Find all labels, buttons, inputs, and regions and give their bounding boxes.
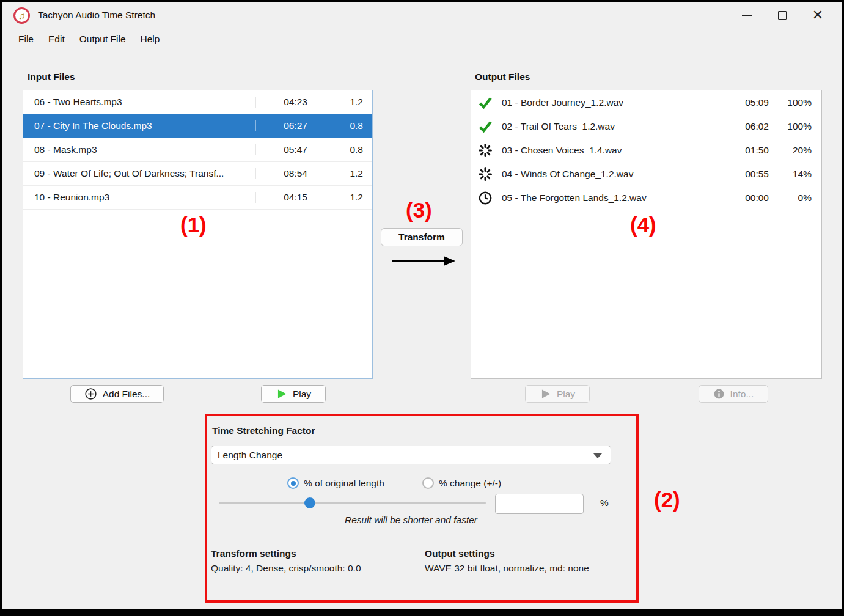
result-note: Result will be shorter and faster	[211, 515, 611, 526]
file-name: 01 - Border Journey_1.2.wav	[499, 97, 702, 108]
clock-icon	[471, 191, 499, 205]
percent-unit-label: %	[600, 497, 609, 508]
output-file-row[interactable]: 02 - Trail Of Tears_1.2.wav 06:02 100%	[471, 114, 821, 138]
maximize-button[interactable]	[765, 4, 800, 26]
stretch-value-spinbox	[495, 494, 584, 514]
file-name: 04 - Winds Of Change_1.2.wav	[499, 169, 702, 180]
close-button[interactable]: ✕	[800, 4, 835, 26]
radio-percent-of-original-label: % of original length	[304, 478, 384, 489]
file-duration: 05:09	[702, 97, 769, 108]
input-file-row[interactable]: 10 - Reunion.mp3 04:15 1.2	[23, 186, 372, 210]
file-factor: 0.8	[317, 120, 372, 131]
info-button[interactable]: Info...	[699, 385, 768, 403]
radio-percent-change-label: % change (+/-)	[439, 478, 501, 489]
file-progress: 100%	[769, 97, 821, 108]
stretch-mode-dropdown[interactable]: Length Change	[211, 446, 611, 464]
file-duration: 06:02	[702, 121, 769, 132]
input-file-row[interactable]: 08 - Mask.mp3 05:47 0.8	[23, 138, 372, 162]
file-name: 07 - City In The Clouds.mp3	[23, 120, 256, 131]
annotation-3: (3)	[406, 199, 432, 221]
time-stretch-settings-box: Time Stretching Factor Length Change % o…	[205, 414, 639, 603]
check-icon	[471, 119, 499, 134]
play-input-button[interactable]: Play	[261, 385, 326, 403]
file-duration: 04:23	[256, 97, 317, 108]
output-file-row[interactable]: 05 - The Forgotten Lands_1.2.wav 00:00 0…	[471, 186, 821, 210]
add-circle-icon	[84, 387, 97, 400]
play-input-label: Play	[293, 389, 311, 400]
file-name: 03 - Chosen Voices_1.4.wav	[499, 145, 702, 156]
file-name: 08 - Mask.mp3	[23, 144, 256, 155]
file-duration: 08:54	[256, 168, 317, 179]
transform-settings-summary: Quality: 4, Dense, crisp/smooth: 0.0	[211, 563, 361, 574]
file-progress: 20%	[769, 145, 821, 156]
menu-edit[interactable]: Edit	[41, 30, 72, 48]
stretch-slider-track[interactable]	[219, 502, 486, 504]
chevron-down-icon	[593, 453, 602, 458]
stretch-mode-value: Length Change	[218, 450, 282, 461]
app-music-note-icon: ♫	[13, 7, 30, 24]
file-progress: 0%	[769, 193, 821, 204]
annotation-4: (4)	[630, 214, 656, 235]
play-icon	[276, 388, 287, 400]
input-file-row-selected[interactable]: 07 - City In The Clouds.mp3 06:27 0.8	[23, 114, 372, 138]
check-icon	[471, 95, 499, 110]
file-duration: 00:55	[702, 169, 769, 180]
window-controls: ✕	[729, 2, 835, 28]
stretch-box-title: Time Stretching Factor	[212, 425, 315, 436]
stretch-value-input[interactable]	[496, 494, 584, 513]
file-name: 06 - Two Hearts.mp3	[23, 97, 256, 108]
radio-percent-of-original[interactable]: % of original length	[287, 477, 384, 489]
menu-file[interactable]: File	[11, 30, 41, 48]
window-title: Tachyon Audio Time Stretch	[38, 10, 155, 21]
play-icon	[540, 388, 551, 400]
file-name: 05 - The Forgotten Lands_1.2.wav	[499, 193, 702, 204]
file-duration: 04:15	[256, 192, 317, 203]
file-duration: 01:50	[702, 145, 769, 156]
menu-output-file[interactable]: Output File	[72, 30, 133, 48]
file-duration: 06:27	[256, 120, 317, 131]
title-bar: ♫ Tachyon Audio Time Stretch ✕	[2, 2, 842, 28]
annotation-2: (2)	[654, 489, 680, 510]
info-icon	[713, 388, 725, 400]
stretch-slider-handle[interactable]	[304, 497, 315, 508]
file-factor: 1.2	[317, 192, 372, 203]
radio-percent-change[interactable]: % change (+/-)	[422, 477, 501, 489]
transform-settings-heading: Transform settings	[211, 548, 296, 559]
transform-button[interactable]: Transform	[381, 228, 463, 246]
input-file-row[interactable]: 09 - Water Of Life; Out Of Darkness; Tra…	[23, 162, 372, 186]
minimize-icon	[742, 15, 752, 16]
play-output-button[interactable]: Play	[525, 385, 590, 403]
output-files-heading: Output Files	[475, 72, 530, 82]
file-factor: 1.2	[317, 168, 372, 179]
app-window: ♫ Tachyon Audio Time Stretch ✕ File Edit…	[0, 0, 844, 616]
output-settings-summary: WAVE 32 bit float, normalize, md: none	[425, 563, 589, 574]
transform-button-label: Transform	[398, 232, 445, 243]
file-name: 10 - Reunion.mp3	[23, 192, 256, 203]
menu-bar: File Edit Output File Help	[2, 28, 842, 50]
output-file-row[interactable]: 03 - Chosen Voices_1.4.wav 01:50 20%	[471, 138, 821, 162]
input-files-heading: Input Files	[28, 72, 75, 82]
output-file-row[interactable]: 01 - Border Journey_1.2.wav 05:09 100%	[471, 90, 821, 114]
add-files-button[interactable]: Add Files...	[70, 385, 164, 403]
input-file-row[interactable]: 06 - Two Hearts.mp3 04:23 1.2	[23, 90, 372, 114]
file-factor: 1.2	[317, 97, 372, 108]
add-files-label: Add Files...	[103, 389, 150, 400]
info-label: Info...	[730, 389, 754, 400]
play-output-label: Play	[557, 389, 575, 400]
minimize-button[interactable]	[729, 4, 765, 26]
spinner-icon	[471, 143, 499, 158]
file-duration: 00:00	[702, 193, 769, 204]
maximize-icon	[778, 11, 787, 20]
output-settings-heading: Output settings	[425, 548, 495, 559]
file-name: 09 - Water Of Life; Out Of Darkness; Tra…	[23, 168, 256, 179]
menu-help[interactable]: Help	[133, 30, 167, 48]
flow-arrow-icon	[389, 253, 458, 269]
file-progress: 100%	[769, 121, 821, 132]
file-factor: 0.8	[317, 144, 372, 155]
radio-selected-icon	[287, 477, 299, 489]
radio-unselected-icon	[422, 477, 434, 489]
file-name: 02 - Trail Of Tears_1.2.wav	[499, 121, 702, 132]
close-icon: ✕	[812, 9, 823, 22]
output-file-row[interactable]: 04 - Winds Of Change_1.2.wav 00:55 14%	[471, 162, 821, 186]
file-duration: 05:47	[256, 144, 317, 155]
